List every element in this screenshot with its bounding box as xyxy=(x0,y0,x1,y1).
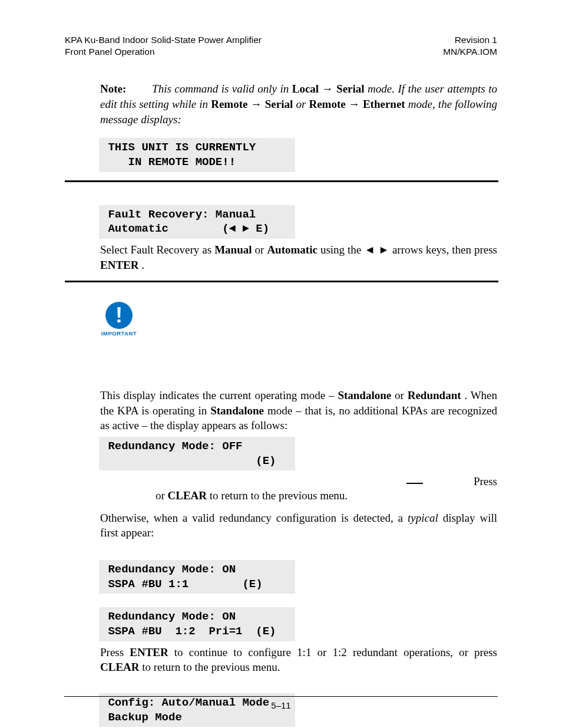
heading-config: 5.3.2.2.1 CONFIG: Redundancy → Redundanc… xyxy=(65,678,497,679)
redundancy-intro: This display indicates the current opera… xyxy=(100,388,497,433)
underline-icon xyxy=(406,483,423,484)
revision: Revision 1 xyxy=(443,34,497,46)
heading-redundancy: 5.3.2.2 CONFIG: Redundancy xyxy=(65,285,497,285)
press-continue: Press ENTER to continue to configure 1:1… xyxy=(100,645,497,675)
heading-fault-recovery: 5.3.2.1.5 (CONFIG:) Amp → Fault Recovery xyxy=(65,188,497,189)
exclamation-icon: ! xyxy=(105,302,133,329)
header-left: KPA Ku-Band Indoor Solid-State Power Amp… xyxy=(65,34,262,58)
header: KPA Ku-Band Indoor Solid-State Power Amp… xyxy=(65,34,497,58)
readonly-note: This display is read-only and there are … xyxy=(100,474,497,489)
lcd-fault-recovery: Fault Recovery: Manual Automatic (◄ ► E) xyxy=(99,205,295,239)
heading-12: 1:2 Redundancy display example: xyxy=(100,597,497,598)
important-text: See Appendix A. REDUNDANCY SYSTEM ASSEMB… xyxy=(100,340,497,341)
note-label: Note: xyxy=(100,83,130,95)
important-label: IMPORTANT xyxy=(98,330,140,338)
page-number: 5–11 xyxy=(0,696,562,710)
page: KPA Ku-Band Indoor Solid-State Power Amp… xyxy=(0,0,562,728)
note-remote: Note: This command is valid only in Loca… xyxy=(100,81,497,127)
divider xyxy=(65,281,498,282)
lcd-redundancy-off: Redundancy Mode: OFF (E) xyxy=(99,437,295,470)
lcd-remote-mode: THIS UNIT IS CURRENTLY IN REMOTE MODE!! xyxy=(99,138,295,172)
doc-code: MN/KPA.IOM xyxy=(443,46,497,58)
divider xyxy=(65,180,498,182)
lcd-redundancy-12: Redundancy Mode: ON SSPA #BU 1:2 Pri=1 (… xyxy=(99,607,295,641)
lcd-redundancy-11: Redundancy Mode: ON SSPA #BU 1:1 (E) xyxy=(99,560,295,594)
arrow-icon: → xyxy=(349,98,360,110)
doc-section: Front Panel Operation xyxy=(65,46,262,58)
readonly-note2: ENTER or CLEAR to return to the previous… xyxy=(100,488,497,503)
fault-recovery-text: Select Fault Recovery as Manual or Autom… xyxy=(100,242,497,272)
doc-title: KPA Ku-Band Indoor Solid-State Power Amp… xyxy=(65,34,262,46)
header-right: Revision 1 MN/KPA.IOM xyxy=(443,34,497,58)
arrow-icon: → xyxy=(251,98,262,110)
heading-11: 1:1 Redundancy display example: xyxy=(100,543,497,543)
content: Note: This command is valid only in Loca… xyxy=(100,81,497,727)
important-icon: ! IMPORTANT xyxy=(98,302,140,338)
otherwise-text: Otherwise, when a valid redundancy confi… xyxy=(100,510,497,541)
arrow-icon: → xyxy=(322,83,333,95)
